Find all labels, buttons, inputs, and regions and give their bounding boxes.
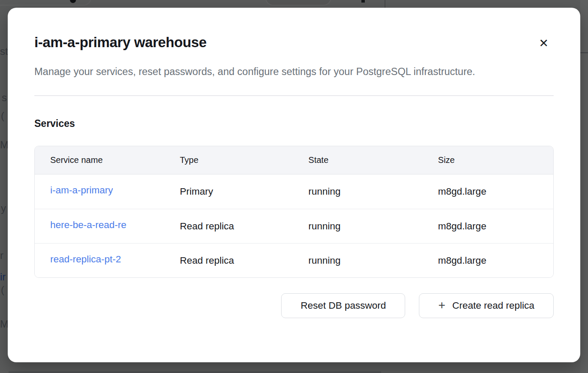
service-size: m8gd.large [423, 186, 553, 197]
service-type: Primary [164, 186, 293, 197]
create-read-replica-label: Create read replica [452, 300, 534, 311]
table-row: read-replica-pt-2 Read replica running m… [35, 243, 553, 277]
modal-title: i-am-a-primary warehouse [34, 33, 206, 52]
services-section-heading: Services [34, 117, 554, 130]
table-row: here-be-a-read-re Read replica running m… [35, 209, 553, 243]
divider [34, 95, 554, 96]
create-read-replica-button[interactable]: + Create read replica [419, 293, 554, 318]
service-link[interactable]: i-am-a-primary [50, 185, 113, 196]
modal-header: i-am-a-primary warehouse ✕ [34, 33, 554, 52]
table-row: i-am-a-primary Primary running m8gd.larg… [35, 174, 553, 209]
service-type: Read replica [164, 255, 293, 266]
reset-db-password-button[interactable]: Reset DB password [281, 293, 405, 318]
service-size: m8gd.large [423, 255, 553, 266]
column-header-service-name: Service name [35, 155, 164, 165]
plus-icon: + [438, 299, 445, 311]
reset-db-password-label: Reset DB password [300, 300, 386, 311]
service-state: running [293, 221, 423, 232]
services-table: Service name Type State Size i-am-a-prim… [34, 146, 554, 278]
service-link[interactable]: here-be-a-read-re [50, 220, 127, 231]
service-type: Read replica [164, 221, 293, 232]
warehouse-modal: i-am-a-primary warehouse ✕ Manage your s… [8, 8, 580, 362]
column-header-type: Type [164, 155, 293, 165]
service-link[interactable]: read-replica-pt-2 [50, 254, 121, 265]
column-header-state: State [293, 155, 423, 165]
table-header-row: Service name Type State Size [35, 146, 553, 174]
column-header-size: Size [423, 155, 553, 165]
service-state: running [293, 255, 423, 266]
service-size: m8gd.large [423, 221, 553, 232]
service-state: running [293, 186, 423, 197]
modal-footer: Reset DB password + Create read replica [34, 293, 554, 318]
close-button[interactable]: ✕ [537, 36, 550, 51]
modal-description: Manage your services, reset passwords, a… [34, 63, 517, 81]
close-icon: ✕ [539, 37, 549, 50]
